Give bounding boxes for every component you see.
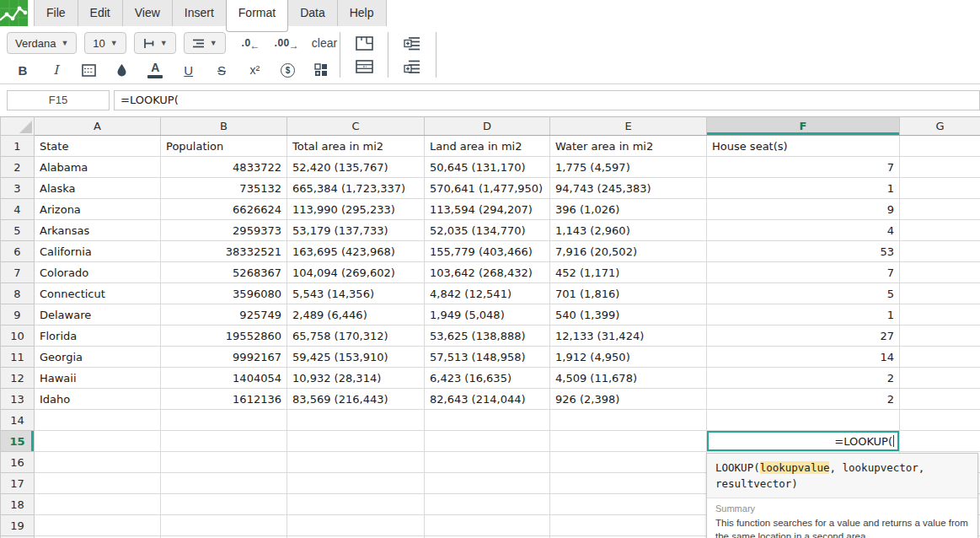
row-header-13[interactable]: 13 bbox=[1, 389, 35, 410]
menu-tab-file[interactable]: File bbox=[34, 0, 78, 26]
cell-B5[interactable]: 2959373 bbox=[161, 220, 287, 241]
cell-A8[interactable]: Connecticut bbox=[35, 283, 161, 304]
cell-E13[interactable]: 926 (2,398) bbox=[550, 389, 707, 410]
decrease-decimal-button[interactable]: .0← bbox=[242, 33, 260, 53]
cell-D18[interactable] bbox=[425, 494, 550, 515]
row-header-18[interactable]: 18 bbox=[1, 494, 35, 515]
row-header-6[interactable]: 6 bbox=[1, 241, 35, 262]
cell-F15[interactable]: =LOOKUP( bbox=[707, 431, 900, 452]
align-select[interactable]: ▼ bbox=[184, 32, 226, 54]
menu-tab-edit[interactable]: Edit bbox=[78, 0, 123, 26]
cell-B10[interactable]: 19552860 bbox=[161, 325, 287, 347]
cell-A17[interactable] bbox=[35, 473, 161, 494]
italic-button[interactable]: I bbox=[46, 60, 65, 80]
column-header-G[interactable]: G bbox=[900, 117, 980, 136]
cell-E16[interactable] bbox=[550, 452, 707, 473]
column-header-F[interactable]: F bbox=[707, 117, 900, 136]
currency-format-button[interactable]: $ bbox=[279, 60, 297, 80]
cell-G11[interactable] bbox=[900, 347, 980, 368]
cell-F11[interactable]: 14 bbox=[707, 347, 900, 368]
cell-C6[interactable]: 163,695 (423,968) bbox=[287, 241, 425, 262]
cell-D2[interactable]: 50,645 (131,170) bbox=[425, 157, 550, 178]
cell-E7[interactable]: 452 (1,171) bbox=[550, 262, 707, 283]
cell-B4[interactable]: 6626624 bbox=[161, 199, 287, 220]
text-color-button[interactable]: A bbox=[146, 60, 164, 80]
cell-E5[interactable]: 1,143 (2,960) bbox=[550, 220, 707, 241]
cell-B16[interactable] bbox=[161, 452, 287, 473]
cell-D7[interactable]: 103,642 (268,432) bbox=[425, 262, 550, 283]
cell-B11[interactable]: 9992167 bbox=[161, 347, 287, 368]
cell-F7[interactable]: 7 bbox=[707, 262, 900, 283]
select-all-corner[interactable] bbox=[1, 117, 35, 136]
row-header-2[interactable]: 2 bbox=[1, 157, 35, 178]
cell-D8[interactable]: 4,842 (12,541) bbox=[425, 283, 550, 304]
cell-G4[interactable] bbox=[900, 199, 980, 220]
cell-C9[interactable]: 2,489 (6,446) bbox=[287, 304, 425, 325]
cell-D10[interactable]: 53,625 (138,888) bbox=[425, 325, 550, 347]
cell-E19[interactable] bbox=[550, 515, 707, 536]
cell-A6[interactable]: California bbox=[35, 241, 161, 262]
formula-input[interactable]: =LOOKUP( bbox=[114, 90, 980, 110]
row-header-7[interactable]: 7 bbox=[1, 262, 35, 283]
cell-B7[interactable]: 5268367 bbox=[161, 262, 287, 283]
row-header-16[interactable]: 16 bbox=[1, 452, 35, 473]
cell-D17[interactable] bbox=[425, 473, 550, 494]
cell-D4[interactable]: 113,594 (294,207) bbox=[425, 199, 550, 220]
cell-C18[interactable] bbox=[287, 494, 425, 515]
cell-D6[interactable]: 155,779 (403,466) bbox=[425, 241, 550, 262]
cell-E1[interactable]: Water area in mi2 bbox=[550, 136, 707, 157]
cell-B3[interactable]: 735132 bbox=[161, 178, 287, 199]
cell-F12[interactable]: 2 bbox=[707, 368, 900, 389]
insert-row-below-button[interactable] bbox=[403, 56, 421, 77]
cell-B13[interactable]: 1612136 bbox=[161, 389, 287, 410]
cell-A19[interactable] bbox=[35, 515, 161, 536]
cell-F14[interactable] bbox=[707, 410, 900, 431]
cell-F5[interactable]: 4 bbox=[707, 220, 900, 241]
cell-F9[interactable]: 1 bbox=[707, 304, 900, 325]
cell-G3[interactable] bbox=[900, 178, 980, 199]
cell-C17[interactable] bbox=[287, 473, 425, 494]
menu-tab-format[interactable]: Format bbox=[226, 0, 288, 32]
cell-G14[interactable] bbox=[900, 410, 980, 431]
cell-F1[interactable]: House seat(s) bbox=[707, 136, 900, 157]
cell-B2[interactable]: 4833722 bbox=[161, 157, 287, 178]
cell-C7[interactable]: 104,094 (269,602) bbox=[287, 262, 425, 283]
cell-E10[interactable]: 12,133 (31,424) bbox=[550, 325, 707, 347]
cell-F2[interactable]: 7 bbox=[707, 157, 900, 178]
cell-A3[interactable]: Alaska bbox=[35, 178, 161, 199]
cell-G10[interactable] bbox=[900, 325, 980, 347]
border-style-select[interactable]: ▼ bbox=[134, 32, 176, 54]
cell-E18[interactable] bbox=[550, 494, 707, 515]
cell-F3[interactable]: 1 bbox=[707, 178, 900, 199]
cell-A15[interactable] bbox=[35, 431, 161, 452]
font-size-select[interactable]: 10 ▼ bbox=[84, 32, 126, 54]
row-header-9[interactable]: 9 bbox=[1, 304, 35, 325]
cell-A9[interactable]: Delaware bbox=[35, 304, 161, 325]
cell-A14[interactable] bbox=[35, 410, 161, 431]
cell-C13[interactable]: 83,569 (216,443) bbox=[287, 389, 425, 410]
cell-C19[interactable] bbox=[287, 515, 425, 536]
cell-G12[interactable] bbox=[900, 368, 980, 389]
cell-E4[interactable]: 396 (1,026) bbox=[550, 199, 707, 220]
cell-B9[interactable]: 925749 bbox=[161, 304, 287, 325]
cell-E15[interactable] bbox=[550, 431, 707, 452]
font-family-select[interactable]: Verdana ▼ bbox=[7, 32, 77, 54]
cell-D3[interactable]: 570,641 (1,477,950) bbox=[425, 178, 550, 199]
cell-D19[interactable] bbox=[425, 515, 550, 536]
cell-B18[interactable] bbox=[161, 494, 287, 515]
row-header-4[interactable]: 4 bbox=[1, 199, 35, 220]
cell-A4[interactable]: Arizona bbox=[35, 199, 161, 220]
row-header-19[interactable]: 19 bbox=[1, 515, 35, 536]
row-header-10[interactable]: 10 bbox=[1, 325, 35, 347]
cell-B12[interactable]: 1404054 bbox=[161, 368, 287, 389]
cell-A5[interactable]: Arkansas bbox=[35, 220, 161, 241]
row-header-3[interactable]: 3 bbox=[1, 178, 35, 199]
cell-B17[interactable] bbox=[161, 473, 287, 494]
row-header-1[interactable]: 1 bbox=[1, 136, 35, 157]
cell-A16[interactable] bbox=[35, 452, 161, 473]
cell-A10[interactable]: Florida bbox=[35, 325, 161, 347]
cell-D11[interactable]: 57,513 (148,958) bbox=[425, 347, 550, 368]
superscript-button[interactable]: x² bbox=[245, 60, 264, 80]
cell-C16[interactable] bbox=[287, 452, 425, 473]
row-header-14[interactable]: 14 bbox=[1, 410, 35, 431]
